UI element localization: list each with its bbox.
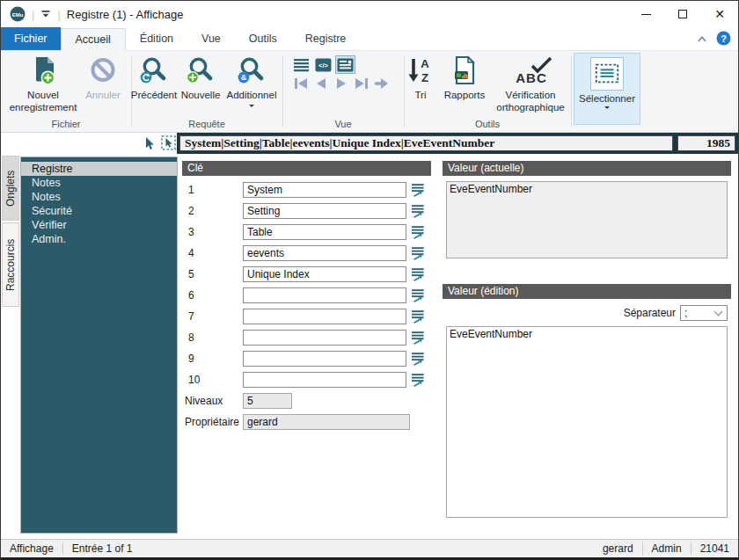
separator-value: ;	[684, 307, 687, 319]
previous-record-button[interactable]	[311, 76, 331, 91]
sidebar-item-admin[interactable]: Admin.	[21, 232, 177, 246]
lookup-list-icon[interactable]	[411, 204, 425, 218]
lookup-list-icon[interactable]	[411, 183, 425, 197]
additional-query-button[interactable]: & Additionnel	[225, 54, 278, 110]
sidebar-item-registre[interactable]: Registre	[21, 162, 177, 176]
new-query-label: Nouvelle	[181, 90, 221, 102]
tab-fichier[interactable]: Fichier	[1, 27, 61, 50]
key-row-number: 4	[182, 247, 243, 259]
group-label-outils: Outils	[404, 119, 571, 129]
sidebar-tab-onglets[interactable]: Onglets	[2, 156, 19, 221]
first-record-button[interactable]	[291, 76, 311, 91]
lookup-list-icon[interactable]	[411, 352, 425, 366]
svg-text:&: &	[241, 73, 247, 82]
key-row-7: 7	[182, 309, 432, 324]
key-input-9[interactable]	[243, 351, 406, 367]
last-record-button[interactable]	[352, 76, 371, 91]
tab-registre[interactable]: Registre	[291, 27, 361, 50]
goto-record-button[interactable]	[372, 76, 391, 91]
sidebar-item-notes-2[interactable]: Notes	[21, 190, 177, 204]
key-input-10[interactable]	[243, 372, 406, 388]
collapse-ribbon-chevron-icon[interactable]	[697, 35, 707, 42]
key-input-8[interactable]	[243, 330, 406, 345]
lookup-list-icon[interactable]	[411, 373, 425, 387]
sidebar-tab-raccourcis[interactable]: Raccourcis	[2, 222, 19, 307]
svg-text:EMu: EMu	[12, 12, 24, 18]
value-edit-textarea[interactable]: EveEventNumber	[446, 326, 728, 518]
key-input-6[interactable]	[243, 287, 406, 303]
tab-outils[interactable]: Outils	[235, 27, 291, 50]
key-row-number: 10	[182, 374, 243, 386]
svg-text:</>: </>	[318, 61, 328, 69]
separator-select[interactable]: ;	[680, 305, 728, 321]
view-details-button[interactable]	[335, 55, 355, 74]
key-input-4[interactable]	[243, 245, 406, 261]
list-view-icon	[292, 57, 311, 73]
key-row-number: 2	[182, 205, 243, 217]
titlebar-divider: |	[57, 8, 60, 21]
key-row-1: 1	[182, 182, 432, 198]
key-input-2[interactable]	[243, 203, 406, 219]
tab-vue[interactable]: Vue	[187, 27, 235, 50]
registry-key-path-field[interactable]: System|Setting|Table|eevents|Unique Inde…	[179, 135, 673, 151]
lookup-list-icon[interactable]	[411, 267, 425, 281]
sort-icon: A Z	[406, 55, 435, 85]
pointer-tool-icon[interactable]	[142, 136, 156, 150]
key-row-5: 5	[182, 266, 432, 282]
app-window: EMu | | Registre (1) - Affichage ✕ Fichi…	[0, 0, 739, 560]
lookup-list-icon[interactable]	[411, 331, 425, 345]
spellcheck-button[interactable]: ABC Vérification orthographique	[490, 54, 571, 114]
next-record-button[interactable]	[332, 76, 351, 91]
minimize-button[interactable]	[627, 1, 664, 27]
additional-query-icon: &	[237, 55, 267, 85]
sort-label: Tri	[415, 90, 427, 102]
new-record-label: Nouvel enregistrement	[4, 90, 82, 114]
cancel-button[interactable]: Annuler	[82, 54, 124, 102]
maximize-button[interactable]	[664, 1, 701, 27]
select-pointer-tool-icon[interactable]	[161, 135, 176, 150]
additional-query-label: Additionnel	[227, 90, 277, 102]
lookup-list-icon[interactable]	[411, 246, 425, 260]
value-panel: Valeur (actuelle) EveEventNumber Valeur …	[443, 161, 731, 518]
key-input-5[interactable]	[243, 266, 406, 282]
lookup-list-icon[interactable]	[411, 288, 425, 302]
view-list-button[interactable]	[291, 55, 311, 74]
help-icon[interactable]: ?	[716, 31, 731, 46]
cancel-icon	[88, 55, 118, 85]
key-row-number: 5	[182, 268, 243, 280]
key-input-7[interactable]	[243, 309, 406, 324]
new-record-button[interactable]: Nouvel enregistrement	[4, 54, 82, 114]
ribbon: Nouvel enregistrement Annuler Fichier	[1, 51, 738, 133]
key-row-4: 4	[182, 245, 432, 261]
lookup-list-icon[interactable]	[411, 225, 425, 239]
sort-button[interactable]: A Z Tri	[404, 54, 437, 102]
tab-accueil[interactable]: Accueil	[61, 28, 126, 51]
previous-query-button[interactable]: Précédent	[130, 54, 178, 102]
sidebar-item-verifier[interactable]: Vérifier	[21, 218, 177, 232]
view-code-button[interactable]: </>	[313, 55, 333, 74]
lookup-list-icon[interactable]	[411, 309, 425, 324]
svg-text:ABC: ABC	[516, 70, 547, 85]
quick-access-dropdown-icon[interactable]	[40, 10, 51, 18]
select-label: Sélectionner	[579, 93, 635, 104]
key-input-3[interactable]	[243, 224, 406, 240]
ribbon-tab-bar: Fichier Accueil Édition Vue Outils Regis…	[1, 27, 738, 51]
value-current-header: Valeur (actuelle)	[443, 161, 731, 176]
reports-button[interactable]: Rapports	[439, 54, 490, 102]
new-query-button[interactable]: Nouvelle	[178, 54, 223, 102]
svg-text:A: A	[421, 57, 429, 70]
key-row-10: 10	[182, 372, 432, 388]
select-button[interactable]: Sélectionner	[574, 53, 640, 125]
sidebar-item-securite[interactable]: Sécurité	[21, 204, 177, 218]
last-record-icon	[353, 76, 370, 91]
emu-logo-icon: EMu	[10, 6, 26, 22]
close-button[interactable]: ✕	[701, 1, 738, 27]
minimize-icon	[641, 14, 651, 15]
details-view-icon	[336, 57, 355, 73]
svg-text:?: ?	[721, 33, 727, 44]
status-mode: Affichage	[1, 542, 62, 555]
tab-edition[interactable]: Édition	[126, 27, 187, 50]
sidebar-item-notes-1[interactable]: Notes	[21, 176, 177, 190]
record-id-field: 1985	[677, 135, 735, 151]
key-input-1[interactable]	[243, 182, 406, 198]
